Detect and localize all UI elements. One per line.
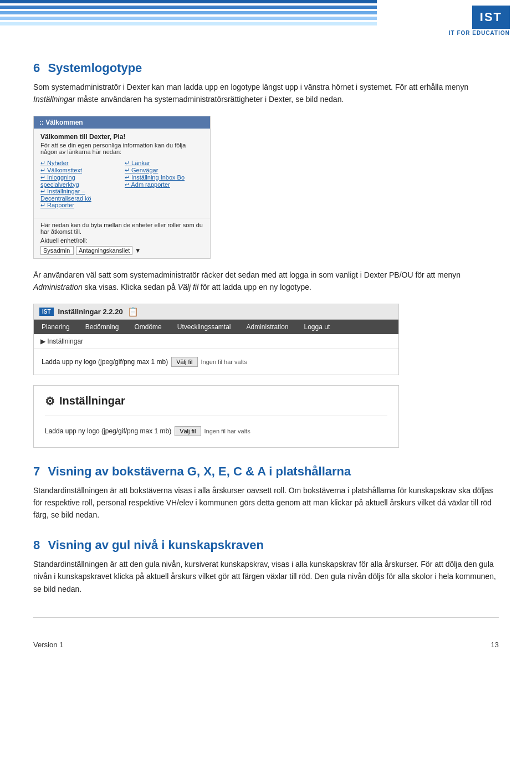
dexter-nav-bar: Planering Bedömning Omdöme Utvecklingssa… <box>34 320 398 334</box>
nav-logga-ut[interactable]: Logga ut <box>296 320 338 334</box>
link-rapporter[interactable]: ↵ Rapporter <box>40 202 119 209</box>
dexter-logo-small: IST <box>39 308 54 316</box>
header-decoration <box>0 0 377 40</box>
file-status: Ingen fil har valts <box>201 359 247 365</box>
welcome-desc: För att se din egen personliga informati… <box>40 142 203 155</box>
welcome-screenshot: :: Välkommen Välkommen till Dexter, Pia!… <box>33 116 211 259</box>
page-number: 13 <box>491 641 499 649</box>
settings-heading: ⚙ Inställningar <box>45 395 387 408</box>
link-nyheter[interactable]: ↵ Nyheter <box>40 160 119 167</box>
section6-para1: Som systemadministratör i Dexter kan man… <box>33 81 499 106</box>
section7-title: Visning av bokstäverna G, X, E, C & A i … <box>48 464 351 478</box>
link-installningar[interactable]: ↵ Inställningar –Decentraliserad kö <box>40 188 119 202</box>
section7-number: 7 <box>33 464 40 478</box>
link-genvagar[interactable]: ↵ Genvägar <box>125 167 203 174</box>
nav-planering[interactable]: Planering <box>34 320 78 334</box>
settings-choose-file-btn[interactable]: Välj fil <box>175 426 201 436</box>
footer-label: Aktuell enhet/roll: <box>40 237 203 244</box>
logo-box: IST <box>472 6 510 29</box>
settings-upload-label: Ladda upp ny logo (jpeg/gif/png max 1 mb… <box>45 427 171 435</box>
link-inbox[interactable]: ↵ Inställning Inbox Bo <box>125 174 203 181</box>
sysadmin-input[interactable]: Sysadmin <box>40 246 74 255</box>
section8-heading: 8 Visning av gul nivå i kunskapskraven <box>33 538 499 552</box>
footer-divider <box>33 617 499 618</box>
dexter-topbar: IST Inställningar 2.2.20 📋 <box>34 304 398 320</box>
section7-heading: 7 Visning av bokstäverna G, X, E, C & A … <box>33 464 499 479</box>
section6-para2: Är användaren väl satt som systemadminis… <box>33 269 499 294</box>
link-inlogg[interactable]: ↵ Inloggningspecialverktyg <box>40 174 119 188</box>
dexter-breadcrumb: ▶ Inställningar <box>34 334 398 349</box>
nav-admin[interactable]: Administration <box>238 320 296 334</box>
gear-icon: ⚙ <box>45 395 55 408</box>
nav-bedomning[interactable]: Bedömning <box>78 320 127 334</box>
footer-text: Här nedan kan du byta mellan de enheter … <box>40 222 203 235</box>
link-adm[interactable]: ↵ Adm rapporter <box>125 181 203 188</box>
choose-file-btn[interactable]: Välj fil <box>171 357 197 367</box>
file-upload-row: Ladda upp ny logo (jpeg/gif/png max 1 mb… <box>42 355 391 369</box>
section7-para1: Standardinställningen är att bokstäverna… <box>33 484 499 521</box>
settings-box: ⚙ Inställningar Ladda upp ny logo (jpeg/… <box>33 385 399 448</box>
welcome-footer: Här nedan kan du byta mellan de enheter … <box>34 218 210 258</box>
nav-omdome[interactable]: Omdöme <box>126 320 169 334</box>
welcome-header: :: Välkommen <box>34 116 210 129</box>
settings-upload-row: Ladda upp ny logo (jpeg/gif/png max 1 mb… <box>45 424 387 438</box>
welcome-title: Välkommen till Dexter, Pia! <box>40 133 203 141</box>
section6-title: Systemlogotype <box>48 61 142 75</box>
section8-para1: Standardinställningen är att den gula ni… <box>33 558 499 595</box>
book-icon: 📋 <box>127 306 139 317</box>
link-valkoms[interactable]: ↵ Välkomsttext <box>40 167 119 174</box>
section6-number: 6 <box>33 61 40 75</box>
settings-title: Inställningar <box>59 395 125 407</box>
welcome-links: ↵ Nyheter ↵ Välkomsttext ↵ Inloggningspe… <box>40 160 203 209</box>
logo-subtitle: IT FOR EDUCATION <box>449 30 510 36</box>
settings-file-status: Ingen fil har valts <box>204 428 250 434</box>
settings-divider <box>45 416 387 416</box>
nav-utveckling[interactable]: Utvecklingssamtal <box>170 320 239 334</box>
logo-area: IST IT FOR EDUCATION <box>449 6 510 36</box>
welcome-body: Välkommen till Dexter, Pia! För att se d… <box>34 129 210 218</box>
dexter-nav-screenshot: IST Inställningar 2.2.20 📋 Planering Bed… <box>33 304 399 375</box>
section6-heading: 6 Systemlogotype <box>33 61 499 75</box>
footer-dropdown-row: Sysadmin Antagningskansliet ▼ <box>40 246 203 255</box>
upload-label: Ladda upp ny logo (jpeg/gif/png max 1 mb… <box>42 358 168 366</box>
antagning-select[interactable]: Antagningskansliet <box>76 246 132 255</box>
section8-title: Visning av gul nivå i kunskapskraven <box>48 538 264 552</box>
version-text: Version 1 <box>33 641 63 649</box>
dexter-title: Inställningar 2.2.20 <box>58 308 123 316</box>
dexter-content: Ladda upp ny logo (jpeg/gif/png max 1 mb… <box>34 349 398 375</box>
link-lankar[interactable]: ↵ Länkar <box>125 160 203 167</box>
section8-number: 8 <box>33 538 40 552</box>
